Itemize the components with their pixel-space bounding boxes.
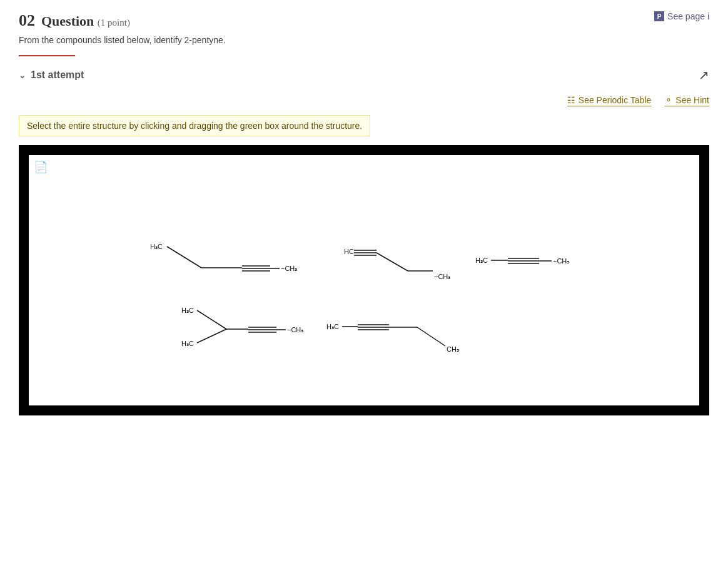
svg-text:−CH₃: −CH₃: [287, 326, 303, 333]
section-divider: [19, 55, 75, 56]
page-icon: P: [654, 11, 664, 21]
svg-text:−CH₃: −CH₃: [434, 273, 450, 280]
question-points: (1 point): [98, 18, 130, 28]
see-page-link[interactable]: P See page i: [654, 11, 709, 21]
see-periodic-table-link[interactable]: ☷ See Periodic Table: [567, 95, 651, 106]
question-label: Question (1 point): [41, 13, 130, 29]
svg-text:H₃C: H₃C: [150, 243, 163, 250]
molecule-inner: 📄 text { font-family: Arial, sans-serif;…: [29, 155, 699, 405]
question-number: 02: [19, 11, 35, 30]
arrow-icon: ↗: [699, 68, 709, 83]
molecule-canvas[interactable]: 📄 text { font-family: Arial, sans-serif;…: [19, 145, 709, 415]
periodic-table-icon: ☷: [567, 95, 575, 105]
attempt-row: ⌄ 1st attempt ↗: [19, 68, 709, 83]
svg-line-23: [197, 310, 226, 329]
document-icon: 📄: [34, 160, 48, 174]
svg-text:−CH₃: −CH₃: [281, 265, 297, 272]
molecules-svg: text { font-family: Arial, sans-serif; f…: [35, 168, 693, 393]
svg-text:H₃C: H₃C: [326, 323, 339, 330]
page-wrapper: 02 Question (1 point) P See page i From …: [0, 0, 728, 434]
svg-text:H₃C: H₃C: [181, 307, 194, 314]
tools-row: ☷ See Periodic Table ⚬ See Hint: [19, 95, 709, 106]
chevron-down-icon[interactable]: ⌄: [19, 71, 26, 80]
see-hint-link[interactable]: ⚬ See Hint: [665, 95, 709, 106]
instruction-box: Select the entire structure by clicking …: [19, 115, 370, 136]
attempt-label: ⌄ 1st attempt: [19, 69, 84, 81]
question-prompt: From the compounds listed below, identif…: [19, 35, 709, 45]
svg-text:H₃C: H₃C: [475, 257, 488, 264]
question-title-area: 02 Question (1 point): [19, 11, 130, 30]
svg-text:−CH₃: −CH₃: [553, 257, 569, 265]
svg-line-1: [167, 247, 201, 268]
svg-line-38: [417, 327, 445, 346]
svg-text:H₃C: H₃C: [181, 340, 194, 347]
hint-icon: ⚬: [665, 95, 672, 105]
svg-line-25: [197, 329, 226, 343]
question-header: 02 Question (1 point) P See page i: [19, 11, 709, 30]
svg-text:CH₃: CH₃: [447, 345, 459, 353]
svg-text:HC: HC: [344, 248, 354, 255]
svg-line-12: [377, 253, 408, 271]
